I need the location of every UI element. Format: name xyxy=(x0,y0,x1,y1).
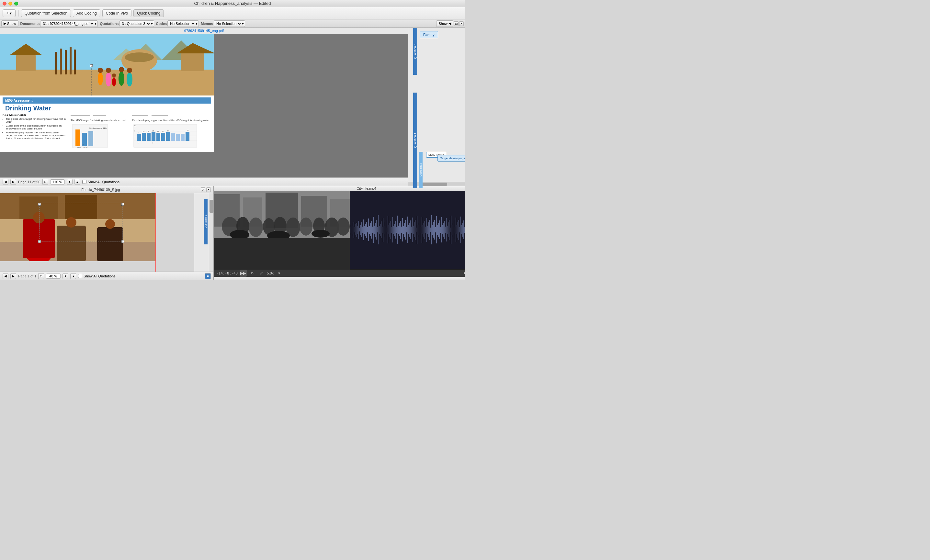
codes-selector[interactable]: No Selection ▾ xyxy=(168,20,199,27)
svg-rect-234 xyxy=(462,225,462,234)
page-indicator: Page 11 of 90 xyxy=(18,180,40,184)
svg-rect-214 xyxy=(442,225,443,234)
svg-point-20 xyxy=(112,77,116,86)
svg-rect-8 xyxy=(60,49,62,74)
code-in-vivo-button[interactable]: Code In Vivo xyxy=(102,9,132,17)
svg-rect-216 xyxy=(444,221,445,239)
mdg-content-row: KEY MESSAGES The global MDG target for d… xyxy=(3,113,211,150)
documents-select[interactable]: 31 : 9789241509145_eng.pdf xyxy=(42,22,95,26)
svg-rect-37 xyxy=(88,131,93,146)
close-panel-icon[interactable]: ✕ xyxy=(459,22,464,26)
chart-col-1: The MDG target for drinking water has be… xyxy=(71,113,129,150)
video-filename: City life.mp4 xyxy=(216,186,465,190)
show-button-left[interactable]: ▶ Show xyxy=(1,20,18,27)
quotations-selector[interactable]: 3 : Quotation 3 ▾ xyxy=(120,20,154,27)
image-scrollbar[interactable] xyxy=(209,193,213,272)
svg-rect-86 xyxy=(97,227,123,261)
svg-rect-60 xyxy=(186,132,189,141)
add-button[interactable]: + ▾ xyxy=(3,9,15,17)
grid-icon[interactable]: ▤ xyxy=(454,22,459,26)
svg-rect-193 xyxy=(422,217,422,243)
svg-rect-151 xyxy=(381,222,382,238)
svg-rect-125 xyxy=(356,224,356,235)
show-button-right[interactable]: Show ◀ xyxy=(436,20,453,27)
svg-rect-83 xyxy=(57,226,86,261)
zoom-up-button[interactable]: ▴ xyxy=(74,179,80,185)
svg-point-107 xyxy=(249,217,263,237)
target-dev-code-tag[interactable]: Target developing regions xyxy=(437,155,465,162)
svg-point-84 xyxy=(66,217,76,228)
show-quotations-checkbox[interactable] xyxy=(82,180,86,184)
close-button[interactable] xyxy=(3,2,6,6)
maximize-button[interactable] xyxy=(14,2,18,6)
add-coding-button[interactable]: Add Coding xyxy=(73,9,100,17)
svg-rect-205 xyxy=(433,222,434,238)
documents-selector[interactable]: 31 : 9789241509145_eng.pdf ▾ xyxy=(40,20,98,27)
svg-rect-204 xyxy=(432,225,433,235)
pdf-content[interactable]: MDG Assessment Drinking Water KEY MESSAG… xyxy=(0,34,408,177)
image-zoom-input[interactable]: 48 % xyxy=(46,274,60,279)
fullscreen-button[interactable]: ⤢ xyxy=(258,270,265,277)
svg-rect-178 xyxy=(407,217,408,243)
svg-rect-192 xyxy=(420,227,421,233)
svg-text:88%: 88% xyxy=(77,147,81,149)
svg-rect-152 xyxy=(382,226,382,233)
expand-image-button[interactable]: ⤢ xyxy=(201,188,205,192)
toolbar: + ▾ Quotation from Selection Add Coding … xyxy=(0,7,465,19)
family-code-tag[interactable]: Family xyxy=(420,31,438,38)
waveform-svg xyxy=(350,191,465,269)
segment-icon-button[interactable]: ■ xyxy=(205,273,211,279)
image-show-quotations-checkbox[interactable] xyxy=(78,274,82,278)
svg-rect-129 xyxy=(359,228,360,231)
zoom-input[interactable]: 110 % xyxy=(50,179,65,185)
quotations-label: Quotations xyxy=(100,22,119,26)
image-scrollbar-thumb[interactable] xyxy=(209,200,213,213)
image-zoom-up-button[interactable]: ▴ xyxy=(70,273,76,279)
svg-rect-33 xyxy=(93,115,106,116)
image-prev-button[interactable]: ◀ xyxy=(3,273,8,279)
list-item: Five developing regions met the drinking… xyxy=(6,131,67,140)
quotations-select[interactable]: 3 : Quotation 3 xyxy=(121,22,151,26)
svg-rect-236 xyxy=(463,220,464,239)
svg-rect-124 xyxy=(354,227,355,232)
memos-selector[interactable]: No Selection ▾ xyxy=(214,20,245,27)
zoom-down-button[interactable]: ▾ xyxy=(67,179,72,185)
h-scrollbar-thumb[interactable] xyxy=(421,183,447,186)
svg-point-22 xyxy=(119,72,124,86)
show-all-quotations-check[interactable]: Show All Quotations xyxy=(82,180,120,184)
prev-page-button[interactable]: ◀ xyxy=(3,179,8,185)
svg-rect-188 xyxy=(417,216,417,244)
svg-rect-232 xyxy=(459,227,460,232)
image-show-quotations-check[interactable]: Show All Quotations xyxy=(78,274,115,278)
loop-button[interactable]: ↺ xyxy=(249,270,256,277)
play-button[interactable]: ▶▶ xyxy=(240,270,247,277)
quotation-from-selection-button[interactable]: Quotation from Selection xyxy=(21,9,71,17)
codes-select[interactable]: No Selection xyxy=(169,22,196,26)
memos-select[interactable]: No Selection xyxy=(215,22,242,26)
minimize-button[interactable] xyxy=(8,2,12,6)
svg-rect-45 xyxy=(152,115,168,116)
stop-button[interactable]: ■ xyxy=(461,270,465,277)
quick-coding-button[interactable]: Quick Coding xyxy=(133,9,164,17)
svg-rect-141 xyxy=(371,221,372,238)
show-label: Show xyxy=(7,22,16,26)
image-next-button[interactable]: ▶ xyxy=(10,273,16,279)
svg-rect-181 xyxy=(410,220,411,239)
fit-page-icon[interactable]: ⊡ xyxy=(42,179,48,185)
image-zoom-down-button[interactable]: ▾ xyxy=(63,273,68,279)
svg-rect-50 xyxy=(137,134,141,141)
speed-down-button[interactable]: ▾ xyxy=(276,270,283,277)
crowd-svg xyxy=(214,191,350,238)
svg-rect-145 xyxy=(375,223,376,237)
svg-rect-163 xyxy=(393,217,393,242)
window-controls[interactable] xyxy=(3,2,18,6)
image-fit-button[interactable]: ⊡ xyxy=(38,273,44,279)
svg-rect-10 xyxy=(69,47,72,74)
toolbar-divider-1 xyxy=(18,10,18,17)
next-page-button[interactable]: ▶ xyxy=(10,179,16,185)
svg-rect-130 xyxy=(360,225,361,235)
family-tag-label: Family xyxy=(423,33,434,37)
svg-rect-212 xyxy=(440,227,441,233)
close-image-button[interactable]: ✕ xyxy=(206,188,211,192)
image-content[interactable]: Quotation 1 xyxy=(0,193,213,272)
